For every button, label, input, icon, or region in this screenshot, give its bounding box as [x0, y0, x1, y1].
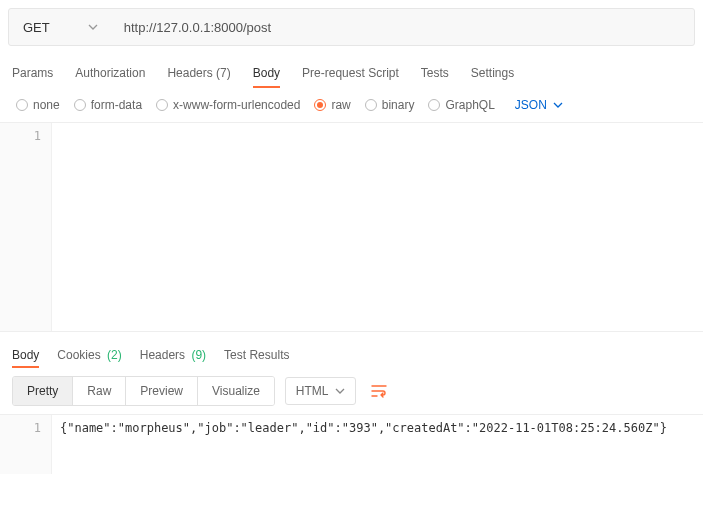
resp-tab-cookies[interactable]: Cookies (2): [57, 344, 121, 368]
radio-graphql-label: GraphQL: [445, 98, 494, 112]
response-view-controls: Pretty Raw Preview Visualize HTML: [0, 368, 703, 414]
radio-none-label: none: [33, 98, 60, 112]
url-bar: GET http://127.0.0.1:8000/post: [8, 8, 695, 46]
radio-dot-icon: [365, 99, 377, 111]
tab-tests[interactable]: Tests: [421, 60, 449, 88]
body-language-value: JSON: [515, 98, 547, 112]
radio-formdata-label: form-data: [91, 98, 142, 112]
editor-content[interactable]: {"name":"morpheus","job":"leader","id":"…: [52, 415, 703, 474]
request-tabs: Params Authorization Headers (7) Body Pr…: [0, 54, 703, 88]
response-tabs: Body Cookies (2) Headers (9) Test Result…: [0, 332, 703, 368]
http-method-value: GET: [23, 20, 50, 35]
radio-dot-icon: [16, 99, 28, 111]
radio-urlencoded[interactable]: x-www-form-urlencoded: [156, 98, 300, 112]
editor-gutter: 1: [0, 123, 52, 331]
radio-urlencoded-label: x-www-form-urlencoded: [173, 98, 300, 112]
resp-tab-headers-label: Headers: [140, 348, 185, 362]
tab-body[interactable]: Body: [253, 60, 280, 88]
line-number: 1: [0, 421, 41, 435]
editor-content[interactable]: [52, 123, 703, 331]
response-body-editor[interactable]: 1 {"name":"morpheus","job":"leader","id"…: [0, 414, 703, 474]
request-body-editor[interactable]: 1: [0, 122, 703, 332]
line-number: 1: [0, 129, 41, 143]
chevron-down-icon: [553, 102, 563, 108]
view-raw-button[interactable]: Raw: [72, 377, 125, 405]
radio-binary-label: binary: [382, 98, 415, 112]
view-preview-button[interactable]: Preview: [125, 377, 197, 405]
tab-params[interactable]: Params: [12, 60, 53, 88]
tab-authorization[interactable]: Authorization: [75, 60, 145, 88]
radio-raw-label: raw: [331, 98, 350, 112]
resp-tab-testresults[interactable]: Test Results: [224, 344, 289, 368]
radio-formdata[interactable]: form-data: [74, 98, 142, 112]
tab-prerequest[interactable]: Pre-request Script: [302, 60, 399, 88]
radio-dot-icon: [314, 99, 326, 111]
view-pretty-button[interactable]: Pretty: [13, 377, 72, 405]
editor-line: {"name":"morpheus","job":"leader","id":"…: [60, 421, 667, 435]
url-input[interactable]: http://127.0.0.1:8000/post: [112, 20, 694, 35]
http-method-select[interactable]: GET: [9, 9, 112, 45]
body-language-select[interactable]: JSON: [515, 98, 563, 112]
chevron-down-icon: [335, 388, 345, 394]
radio-raw[interactable]: raw: [314, 98, 350, 112]
tab-headers[interactable]: Headers (7): [167, 60, 230, 88]
view-visualize-button[interactable]: Visualize: [197, 377, 274, 405]
radio-dot-icon: [156, 99, 168, 111]
radio-dot-icon: [428, 99, 440, 111]
resp-tab-body[interactable]: Body: [12, 344, 39, 368]
editor-gutter: 1: [0, 415, 52, 474]
resp-tab-cookies-label: Cookies: [57, 348, 100, 362]
tab-settings[interactable]: Settings: [471, 60, 514, 88]
cookies-count: (2): [107, 348, 122, 362]
chevron-down-icon: [88, 24, 98, 30]
wrap-lines-button[interactable]: [366, 377, 392, 405]
radio-graphql[interactable]: GraphQL: [428, 98, 494, 112]
response-format-value: HTML: [296, 384, 329, 398]
radio-none[interactable]: none: [16, 98, 60, 112]
radio-dot-icon: [74, 99, 86, 111]
body-type-row: none form-data x-www-form-urlencoded raw…: [0, 88, 703, 122]
resp-tab-headers[interactable]: Headers (9): [140, 344, 206, 368]
view-mode-group: Pretty Raw Preview Visualize: [12, 376, 275, 406]
response-format-select[interactable]: HTML: [285, 377, 356, 405]
headers-count: (9): [191, 348, 206, 362]
radio-binary[interactable]: binary: [365, 98, 415, 112]
